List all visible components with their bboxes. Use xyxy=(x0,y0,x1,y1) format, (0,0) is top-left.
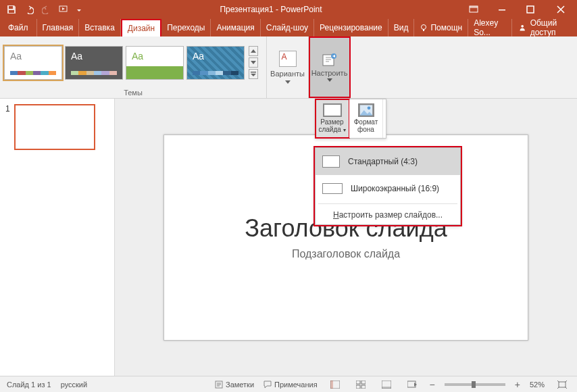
comments-icon xyxy=(264,381,272,389)
account-user[interactable]: Alexey So... xyxy=(468,19,512,36)
theme-3[interactable]: Aa xyxy=(126,46,184,80)
tab-slideshow[interactable]: Слайд-шоу xyxy=(261,19,314,36)
menu-separator xyxy=(318,203,457,204)
help-tell-me[interactable]: Помощн xyxy=(414,19,468,36)
minimize-icon[interactable] xyxy=(488,0,516,19)
svg-rect-4 xyxy=(470,6,478,8)
tab-file[interactable]: Файл xyxy=(0,19,37,36)
language-indicator[interactable]: русский xyxy=(61,381,87,389)
zoom-level[interactable]: 52% xyxy=(530,381,545,389)
undo-icon[interactable] xyxy=(23,3,35,16)
window-title: Презентация1 - PowerPoint xyxy=(82,5,459,14)
person-icon xyxy=(519,23,526,32)
reading-view-icon[interactable] xyxy=(378,378,395,391)
close-icon[interactable] xyxy=(545,0,577,19)
svg-rect-23 xyxy=(382,387,391,389)
tab-review[interactable]: Рецензирование xyxy=(314,19,388,36)
theme-office[interactable]: Aa xyxy=(4,46,62,80)
svg-rect-8 xyxy=(423,29,424,31)
ratio-4-3-icon xyxy=(322,155,340,168)
title-bar: Презентация1 - PowerPoint xyxy=(0,0,577,19)
tab-design[interactable]: Дизайн xyxy=(121,19,161,36)
svg-point-9 xyxy=(522,25,524,28)
slide-subtitle-placeholder[interactable]: Подзаголовок слайда xyxy=(292,248,400,260)
variants-group[interactable]: Варианты xyxy=(267,36,309,98)
ribbon: Aa Aa Aa Aa Темы Варианты xyxy=(0,36,577,99)
customize-icon xyxy=(322,53,338,68)
slide-size-button[interactable]: Размерслайда ▾ xyxy=(316,99,349,138)
redo-icon[interactable] xyxy=(41,3,53,16)
status-bar: Слайд 1 из 1 русский Заметки Примечания … xyxy=(0,376,577,392)
ratio-16-9-icon xyxy=(322,183,343,194)
slides-panel: 1 xyxy=(0,99,115,376)
ribbon-tabs: Файл Главная Вставка Дизайн Переходы Ани… xyxy=(0,19,577,36)
slide-size-menu: Стандартный (4:3) Широкоэкранный (16:9) … xyxy=(315,147,461,225)
variants-icon xyxy=(279,51,297,67)
svg-rect-18 xyxy=(356,381,360,384)
size-wide-16-9[interactable]: Широкоэкранный (16:9) xyxy=(316,175,460,202)
share-button[interactable]: Общий доступ xyxy=(512,19,577,36)
slide-size-icon xyxy=(323,103,342,117)
comments-toggle[interactable]: Примечания xyxy=(264,381,318,389)
tab-view[interactable]: Вид xyxy=(388,19,415,36)
theme-2[interactable]: Aa xyxy=(65,46,123,80)
svg-rect-17 xyxy=(330,381,333,389)
slide-counter[interactable]: Слайд 1 из 1 xyxy=(7,381,51,389)
format-background-button[interactable]: Форматфона xyxy=(349,99,383,138)
themes-group-label: Темы xyxy=(0,89,266,98)
zoom-in-button[interactable]: + xyxy=(515,379,520,390)
window-controls xyxy=(459,0,577,19)
qat-dropdown-icon[interactable] xyxy=(76,3,82,16)
customize-popout: Размерслайда ▾ Форматфона xyxy=(315,99,386,139)
ribbon-display-icon[interactable] xyxy=(459,0,488,19)
tab-home[interactable]: Главная xyxy=(37,19,80,36)
tab-insert[interactable]: Вставка xyxy=(79,19,121,36)
svg-rect-1 xyxy=(9,10,14,13)
svg-rect-0 xyxy=(9,6,13,9)
svg-rect-20 xyxy=(356,385,360,389)
format-background-icon xyxy=(358,103,374,117)
zoom-out-button[interactable]: − xyxy=(430,379,435,390)
themes-gallery-scroll[interactable] xyxy=(249,46,258,79)
chevron-down-icon xyxy=(285,80,291,84)
tab-animations[interactable]: Анимация xyxy=(211,19,260,36)
tab-transitions[interactable]: Переходы xyxy=(161,19,211,36)
svg-rect-19 xyxy=(361,381,366,384)
start-from-beginning-icon[interactable] xyxy=(58,3,70,16)
fit-to-window-icon[interactable] xyxy=(554,378,570,391)
themes-group: Aa Aa Aa Aa Темы xyxy=(0,36,267,98)
chevron-down-icon xyxy=(327,78,332,82)
slide-thumbnail-1[interactable] xyxy=(14,104,95,150)
zoom-slider[interactable] xyxy=(445,383,505,386)
svg-rect-6 xyxy=(527,6,534,13)
quick-access-toolbar xyxy=(0,3,82,16)
size-standard-4-3[interactable]: Стандартный (4:3) xyxy=(316,148,460,175)
svg-rect-10 xyxy=(251,72,256,73)
svg-rect-25 xyxy=(559,382,566,387)
slideshow-view-icon[interactable] xyxy=(404,378,420,391)
maximize-icon[interactable] xyxy=(516,0,545,19)
svg-rect-5 xyxy=(499,9,505,11)
editor-body: 1 Заголовок слайда Подзаголовок слайда xyxy=(0,99,577,376)
svg-point-14 xyxy=(367,106,370,109)
svg-rect-21 xyxy=(361,385,366,389)
slide-thumb-number: 1 xyxy=(5,104,10,150)
save-icon[interactable] xyxy=(5,3,18,16)
theme-4[interactable]: Aa xyxy=(186,46,245,80)
svg-point-7 xyxy=(422,25,426,30)
lightbulb-icon xyxy=(420,24,428,32)
normal-view-icon[interactable] xyxy=(327,378,343,391)
notes-icon xyxy=(215,381,223,389)
customize-group[interactable]: Настроить xyxy=(309,36,351,98)
slide-canvas-area: Заголовок слайда Подзаголовок слайда xyxy=(115,99,577,376)
notes-toggle[interactable]: Заметки xyxy=(215,381,254,389)
custom-slide-size[interactable]: Настроить размер слайдов... xyxy=(316,205,460,224)
slide-sorter-icon[interactable] xyxy=(353,378,369,391)
